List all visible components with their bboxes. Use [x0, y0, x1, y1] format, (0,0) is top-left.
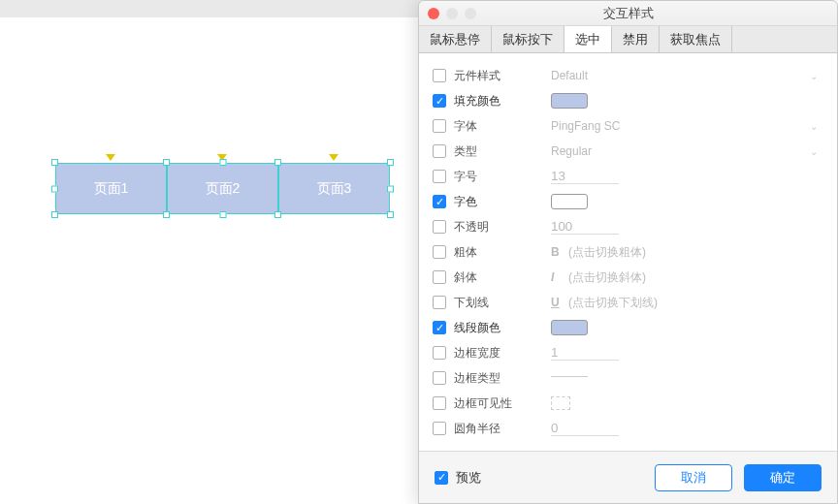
chevron-down-icon: ⌄	[810, 146, 818, 157]
checkbox-border-type[interactable]	[433, 371, 446, 385]
tab-selected[interactable]: 选中	[564, 26, 612, 52]
corner-radius-input[interactable]	[551, 421, 619, 436]
close-icon[interactable]	[428, 8, 439, 19]
checkbox-type[interactable]	[433, 144, 446, 158]
marker-triangle-icon	[329, 154, 338, 161]
font-size-input[interactable]	[551, 169, 619, 184]
checkbox-corner-radius[interactable]	[433, 422, 446, 435]
row-font: 字体 PingFang SC ⌄	[433, 113, 837, 139]
cell-label: 页面3	[317, 180, 352, 198]
cell-page-2[interactable]: 页面2	[167, 163, 278, 214]
state-tabs: 鼠标悬停 鼠标按下 选中 禁用 获取焦点	[419, 26, 837, 53]
resize-handle-seg[interactable]	[163, 211, 170, 218]
row-border-type: 边框类型	[433, 365, 837, 391]
border-visibility-preview[interactable]	[551, 396, 570, 410]
chevron-down-icon: ⌄	[810, 71, 818, 81]
tab-focus[interactable]: 获取焦点	[660, 26, 732, 52]
tab-mousedown[interactable]: 鼠标按下	[492, 26, 564, 52]
checkbox-preview[interactable]	[435, 471, 448, 485]
checkbox-line-color[interactable]	[433, 321, 446, 334]
row-border-width: 边框宽度	[433, 340, 837, 365]
minimize-icon	[446, 8, 458, 19]
row-bold: 粗体 B (点击切换粗体)	[433, 239, 837, 265]
window-controls	[428, 8, 476, 19]
row-component-style: 元件样式 Default ⌄	[433, 63, 837, 88]
marker-triangle-icon	[106, 154, 115, 161]
design-canvas[interactable]: 页面1 页面2 页面3	[0, 19, 417, 504]
dialog-titlebar[interactable]: 交互样式	[419, 1, 837, 26]
preview-label: 预览	[456, 469, 481, 487]
resize-handle-sw[interactable]	[51, 211, 58, 218]
cell-page-1[interactable]: 页面1	[55, 163, 167, 214]
checkbox-underline[interactable]	[433, 296, 446, 309]
value-font[interactable]: PingFang SC	[551, 119, 620, 133]
cancel-button[interactable]: 取消	[655, 464, 732, 491]
checkbox-opacity[interactable]	[433, 220, 446, 234]
row-line-color: 线段颜色	[433, 315, 837, 340]
value-type[interactable]: Regular	[551, 144, 592, 158]
selected-group[interactable]: 页面1 页面2 页面3	[55, 163, 390, 214]
checkbox-bold[interactable]	[433, 245, 446, 259]
canvas-top-strip	[0, 0, 423, 17]
resize-handle-w[interactable]	[51, 185, 58, 192]
tab-disabled[interactable]: 禁用	[612, 26, 660, 52]
checkbox-font-size[interactable]	[433, 170, 446, 183]
resize-handle-seg[interactable]	[274, 159, 281, 166]
row-underline: 下划线 U (点击切换下划线)	[433, 290, 837, 315]
resize-handle-s[interactable]	[219, 211, 226, 218]
row-corner-radius: 圆角半径	[433, 416, 837, 441]
checkbox-border-width[interactable]	[433, 346, 446, 360]
dialog-footer: 预览 取消 确定	[419, 451, 837, 503]
ok-button[interactable]: 确定	[744, 464, 822, 491]
interaction-style-dialog: 交互样式 鼠标悬停 鼠标按下 选中 禁用 获取焦点 元件样式 Default ⌄…	[418, 0, 838, 504]
checkbox-fill-color[interactable]	[433, 94, 446, 108]
properties-panel[interactable]: 元件样式 Default ⌄ 填充颜色 字体 PingFang SC ⌄ 类型 …	[419, 53, 837, 451]
resize-handle-ne[interactable]	[387, 159, 394, 166]
dialog-title: 交互样式	[419, 5, 837, 22]
text-color-swatch[interactable]	[551, 194, 588, 209]
value-component-style[interactable]: Default	[551, 69, 588, 82]
row-italic: 斜体 I (点击切换斜体)	[433, 265, 837, 290]
border-type-preview[interactable]	[551, 376, 588, 386]
row-fill-color: 填充颜色	[433, 88, 837, 113]
bold-icon[interactable]: B	[551, 245, 568, 259]
cell-label: 页面2	[206, 180, 241, 198]
row-text-color: 字色	[433, 189, 837, 214]
chevron-down-icon: ⌄	[810, 121, 818, 132]
checkbox-border-visibility[interactable]	[433, 396, 446, 410]
resize-handle-se[interactable]	[387, 211, 394, 218]
maximize-icon	[465, 8, 476, 19]
border-width-input[interactable]	[551, 345, 619, 361]
row-border-visibility: 边框可见性	[433, 391, 837, 416]
underline-icon[interactable]: U	[551, 296, 568, 309]
checkbox-text-color[interactable]	[433, 195, 446, 208]
line-color-swatch[interactable]	[551, 320, 588, 335]
row-font-size: 字号	[433, 164, 837, 189]
cell-label: 页面1	[94, 180, 129, 198]
checkbox-font[interactable]	[433, 119, 446, 133]
italic-icon[interactable]: I	[551, 270, 568, 284]
fill-color-swatch[interactable]	[551, 93, 588, 109]
checkbox-italic[interactable]	[433, 270, 446, 284]
cell-page-3[interactable]: 页面3	[278, 163, 390, 214]
row-opacity: 不透明	[433, 214, 837, 239]
tab-spacer	[732, 26, 837, 52]
tab-hover[interactable]: 鼠标悬停	[419, 26, 492, 52]
resize-handle-seg[interactable]	[274, 211, 281, 218]
row-type: 类型 Regular ⌄	[433, 139, 837, 164]
opacity-input[interactable]	[551, 219, 619, 235]
resize-handle-n[interactable]	[219, 159, 226, 166]
resize-handle-seg[interactable]	[163, 159, 170, 166]
resize-handle-e[interactable]	[387, 185, 394, 192]
checkbox-component-style[interactable]	[433, 69, 446, 82]
resize-handle-nw[interactable]	[51, 159, 58, 166]
